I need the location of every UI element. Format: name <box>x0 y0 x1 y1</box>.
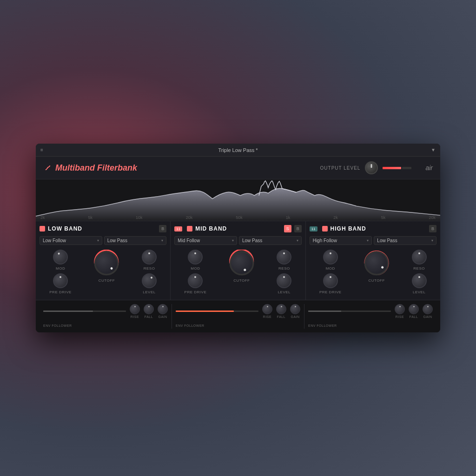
output-area: OUTPUT LEVEL air <box>320 161 433 174</box>
low-band-filters: Low Follow ▾ Low Pass ▾ <box>40 236 166 245</box>
low-pre-drive-group: PRE DRIVE <box>49 273 72 294</box>
mid-pass-selector[interactable]: Low Pass ▾ <box>239 236 302 245</box>
mid-follow-selector[interactable]: Mid Follow ▾ <box>174 236 237 245</box>
high-mod-group: MOD <box>323 250 338 271</box>
low-pre-drive-label: PRE DRIVE <box>49 290 72 294</box>
mid-env-row: RISE FALL GAIN <box>176 304 300 318</box>
mid-reso-knob[interactable] <box>277 250 291 264</box>
high-pass-selector[interactable]: Low Pass ▾ <box>374 236 436 245</box>
high-reso-group: RESO <box>412 250 427 271</box>
high-cutoff-label: CUTOFF <box>368 278 384 283</box>
high-band-title: HIGH BAND <box>331 225 426 232</box>
high-level-group: LEVEL <box>412 273 427 294</box>
low-reso-knob[interactable] <box>142 250 157 264</box>
dropdown-arrow[interactable]: ▼ <box>431 147 436 152</box>
low-rise-item: RISE <box>130 304 140 318</box>
high-rise-label: RISE <box>396 315 404 318</box>
high-band-knobs: MOD PRE DRIVE <box>310 250 436 294</box>
mid-gain-knob[interactable] <box>290 304 300 314</box>
mid-pass-arrow: ▾ <box>297 238 298 243</box>
high-pre-drive-knob[interactable] <box>323 273 338 288</box>
mid-level-label: LEVEL <box>278 290 291 294</box>
high-gain-label: GAIN <box>423 315 432 318</box>
mid-band: 11 MID BAND S B Mid Follow ▾ Low Pass ▾ <box>171 221 305 300</box>
mid-rise-label: RISE <box>263 315 271 318</box>
mid-pre-drive-group: PRE DRIVE <box>185 273 207 294</box>
mid-fall-item: FALL <box>276 304 286 318</box>
high-env-section: RISE FALL GAIN ENV FOLLOWER <box>304 304 436 329</box>
low-level-knob[interactable] <box>142 273 157 288</box>
low-pre-drive-knob[interactable] <box>53 273 68 288</box>
high-fall-knob[interactable] <box>409 304 419 314</box>
mid-band-solo-button[interactable]: S <box>284 225 291 232</box>
high-band-badge: 11 <box>310 226 317 231</box>
high-env-row: RISE FALL GAIN <box>308 304 433 318</box>
logo-area: ⟋ Multiband Filterbank <box>43 163 320 173</box>
output-meter <box>383 167 411 169</box>
mid-gain-label: GAIN <box>291 315 299 318</box>
mid-pre-drive-knob[interactable] <box>188 273 203 288</box>
low-band-bypass-button[interactable]: B <box>159 225 166 232</box>
high-mod-knob[interactable] <box>323 250 338 264</box>
high-fall-item: FALL <box>409 304 419 318</box>
low-fall-item: FALL <box>144 304 154 318</box>
low-follow-selector[interactable]: Low Follow ▾ <box>40 236 102 245</box>
mid-fall-knob[interactable] <box>276 304 286 314</box>
mid-band-header: 11 MID BAND S B <box>174 225 301 232</box>
low-mod-knob[interactable] <box>53 250 68 264</box>
low-level-label: LEVEL <box>143 290 155 294</box>
high-level-knob[interactable] <box>412 273 427 288</box>
high-level-label: LEVEL <box>413 290 425 294</box>
mid-level-group: LEVEL <box>277 273 291 294</box>
high-band: 11 HIGH BAND B High Follow ▾ Low Pass ▾ <box>306 221 440 300</box>
mid-fall-label: FALL <box>277 315 285 318</box>
low-mod-label: MOD <box>56 266 65 271</box>
high-pre-drive-label: PRE DRIVE <box>319 290 342 294</box>
low-cutoff-group: CUTOFF <box>93 250 120 283</box>
output-level-knob[interactable] <box>365 161 378 174</box>
low-level-group: LEVEL <box>142 273 157 294</box>
high-cutoff-knob[interactable] <box>364 251 389 275</box>
mid-mod-knob[interactable] <box>188 250 203 264</box>
high-gain-knob[interactable] <box>423 304 433 314</box>
mid-level-knob[interactable] <box>277 273 291 288</box>
low-reso-group: RESO <box>142 250 157 271</box>
low-pass-selector[interactable]: Low Pass ▾ <box>104 236 167 245</box>
title-bar: ≡ Triple Low Pass * ▼ <box>36 144 440 157</box>
logo-icon: ⟋ <box>43 163 52 173</box>
low-band: LOW BAND B Low Follow ▾ Low Pass ▾ <box>36 221 171 300</box>
low-rise-label: RISE <box>131 315 139 318</box>
mid-mod-label: MOD <box>191 266 200 271</box>
low-band-knobs: MOD PRE DRIVE <box>40 250 166 294</box>
low-follow-arrow: ▾ <box>97 238 99 243</box>
mid-env-section: RISE FALL GAIN ENV FOLLOWER <box>172 304 304 329</box>
mid-band-filters: Mid Follow ▾ Low Pass ▾ <box>174 236 301 245</box>
low-rise-knob[interactable] <box>130 304 140 314</box>
high-rise-item: RISE <box>395 304 405 318</box>
low-fall-label: FALL <box>145 315 153 318</box>
mid-cutoff-knob[interactable] <box>230 251 254 275</box>
high-rise-knob[interactable] <box>395 304 405 314</box>
mid-band-knobs: MOD PRE DRIVE <box>174 250 301 294</box>
high-reso-knob[interactable] <box>412 250 427 264</box>
menu-icon[interactable]: ≡ <box>40 147 43 152</box>
mid-reso-group: RESO <box>277 250 291 271</box>
low-fall-knob[interactable] <box>144 304 154 314</box>
mid-rise-knob[interactable] <box>262 304 272 314</box>
air-logo: air <box>425 164 433 172</box>
high-pre-drive-group: PRE DRIVE <box>319 273 342 294</box>
low-env-label: ENV FOLLOWER <box>43 324 72 327</box>
low-gain-item: GAIN <box>158 304 168 318</box>
mid-follow-arrow: ▾ <box>232 238 234 243</box>
mid-mod-group: MOD <box>188 250 203 271</box>
high-band-bypass-button[interactable]: B <box>429 225 436 232</box>
mid-rise-item: RISE <box>262 304 272 318</box>
output-level-label: OUTPUT LEVEL <box>320 165 361 171</box>
high-follow-selector[interactable]: High Follow ▾ <box>310 236 372 245</box>
low-gain-knob[interactable] <box>158 304 168 314</box>
mid-band-bypass-button[interactable]: B <box>294 225 302 232</box>
low-band-title: LOW BAND <box>48 225 156 232</box>
plugin-title: Multiband Filterbank <box>55 163 137 173</box>
low-band-color <box>40 226 45 231</box>
low-env-section: RISE FALL GAIN ENV FOLLOWER <box>40 304 172 329</box>
